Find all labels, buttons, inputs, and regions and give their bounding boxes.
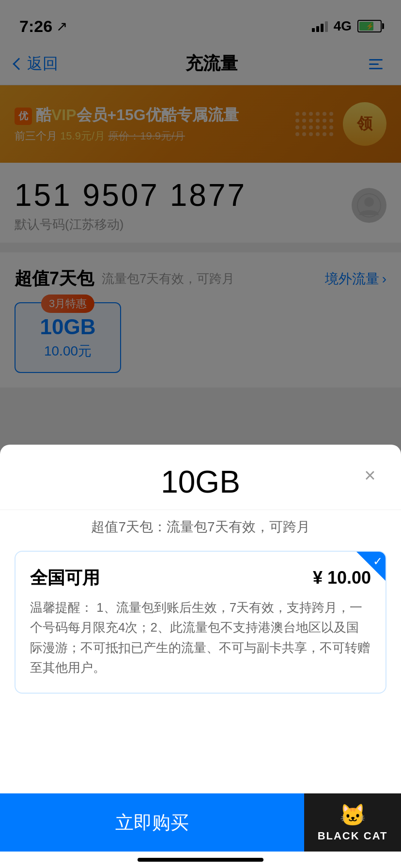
- sheet-subtitle: 超值7天包：流量包7天有效，可跨月: [0, 510, 401, 551]
- black-cat-label: BLACK CAT: [318, 830, 388, 842]
- plan-row: 全国可用 ¥ 10.00: [30, 566, 371, 590]
- check-icon: ✓: [373, 555, 383, 568]
- plan-details: 温馨提醒： 1、流量包到账后生效，7天有效，支持跨月，一个号码每月限充4次；2、…: [30, 598, 371, 678]
- cat-icon: 🐱: [339, 803, 366, 828]
- home-bar: [138, 858, 263, 862]
- bottom-sheet: 10GB × 超值7天包：流量包7天有效，可跨月 ✓ 全国可用 ¥ 10.00 …: [0, 445, 401, 868]
- close-button[interactable]: ×: [358, 464, 382, 487]
- buy-button[interactable]: 立即购买 🐱 BLACK CAT: [0, 793, 401, 852]
- sheet-header: 10GB ×: [0, 445, 401, 510]
- close-icon: ×: [364, 465, 375, 486]
- black-cat-logo: 🐱 BLACK CAT: [304, 793, 401, 852]
- plan-card[interactable]: ✓ 全国可用 ¥ 10.00 温馨提醒： 1、流量包到账后生效，7天有效，支持跨…: [15, 551, 386, 694]
- buy-button-container: 立即购买 🐱 BLACK CAT: [0, 793, 401, 868]
- buy-button-label: 立即购买: [0, 810, 304, 835]
- home-indicator: [0, 852, 401, 868]
- sheet-title: 10GB: [43, 464, 358, 500]
- plan-name: 全国可用: [30, 566, 100, 590]
